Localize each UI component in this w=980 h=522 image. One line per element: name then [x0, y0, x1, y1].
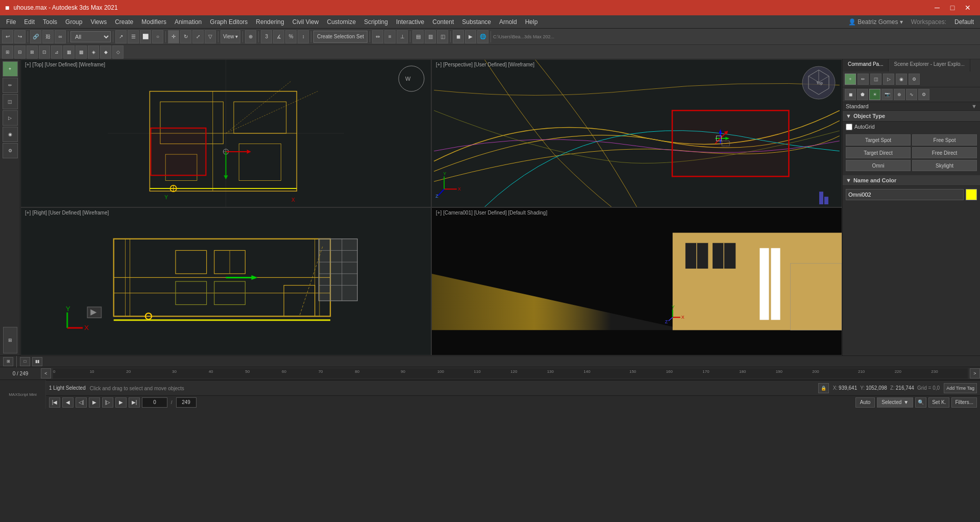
goto-start-btn[interactable]: |◀ [49, 397, 60, 408]
filters-btn[interactable]: Filters... [951, 397, 977, 408]
viewport-layout-2v[interactable]: ▮▮ [32, 357, 42, 366]
undo-button[interactable]: ↩ [2, 30, 13, 43]
menu-interactive[interactable]: Interactive [392, 17, 428, 27]
tb2-btn4[interactable]: ⊡ [39, 45, 50, 59]
color-swatch[interactable] [966, 189, 977, 200]
timeline-ticks[interactable]: 0 10 20 30 40 50 60 70 80 90 100 110 120… [53, 368, 968, 378]
standard-dropdown-icon[interactable]: ▼ [971, 103, 977, 109]
add-time-tag-btn[interactable]: Add Time Tag [944, 383, 977, 393]
tb2-btn5[interactable]: ⊿ [51, 45, 62, 59]
motion-panel-btn[interactable]: ▷ [3, 110, 18, 126]
tab-scene-explorer[interactable]: Scene Explorer - Layer Explo... [889, 59, 970, 72]
goto-end-btn[interactable]: ▶| [129, 397, 140, 408]
free-direct-button[interactable]: Free Direct [912, 147, 977, 158]
viewport-layout-4[interactable]: ⊞ [3, 357, 13, 366]
menu-modifiers[interactable]: Modifiers [137, 17, 170, 27]
rp-shapes-icon[interactable]: ⬟ [857, 89, 868, 100]
viewcube-perspective[interactable]: Top [801, 65, 837, 101]
select-rotate-button[interactable]: ↻ [180, 30, 191, 43]
menu-arnold[interactable]: Arnold [495, 17, 521, 27]
utilities-panel-btn[interactable]: ⚙ [3, 143, 18, 158]
layer-btn[interactable]: ▤ [412, 30, 424, 43]
rect-selection-button[interactable]: ⬜ [140, 30, 151, 43]
rp-lights-icon[interactable]: ☀ [869, 89, 880, 100]
tb2-snap3[interactable]: ⊠ [27, 45, 38, 59]
menu-rendering[interactable]: Rendering [252, 17, 288, 27]
tb2-btn10[interactable]: ◇ [112, 45, 124, 59]
menu-views[interactable]: Views [86, 17, 111, 27]
link-button[interactable]: 🔗 [30, 30, 41, 43]
coord-system-dropdown[interactable]: View ▾ [220, 30, 240, 43]
create-selection-set-button[interactable]: Create Selection Set [313, 31, 368, 43]
menu-create[interactable]: Create [111, 17, 137, 27]
snap-toggle-3d[interactable]: 3 [261, 30, 272, 43]
object-name-input[interactable] [846, 189, 964, 200]
tb2-btn9[interactable]: ◆ [100, 45, 111, 59]
timeline-prev[interactable]: < [41, 368, 51, 378]
redo-button[interactable]: ↪ [14, 30, 26, 43]
select-by-name-button[interactable]: ☰ [128, 30, 139, 43]
play-btn[interactable]: ▶ [89, 397, 100, 408]
display-panel-btn[interactable]: ◉ [3, 127, 18, 142]
menu-customize[interactable]: Customize [323, 17, 360, 27]
auto-key-btn[interactable]: Auto [855, 397, 875, 408]
rp-modify-icon[interactable]: ✏ [857, 74, 869, 85]
align-button[interactable]: ≡ [384, 30, 396, 43]
tb2-snap[interactable]: ⊞ [2, 45, 13, 59]
menu-edit[interactable]: Edit [20, 17, 39, 27]
workspaces-dropdown[interactable]: Default [950, 17, 978, 27]
mirror-button[interactable]: ⇔ [372, 30, 383, 43]
minimize-button[interactable]: ─ [930, 3, 944, 13]
rp-spacewarps-icon[interactable]: ∿ [906, 89, 917, 100]
scene-explorer-btn[interactable]: ◫ [437, 30, 448, 43]
frame-input[interactable] [142, 397, 167, 408]
viewport-layout-single[interactable]: □ [20, 357, 30, 366]
select-placement-button[interactable]: ▽ [205, 30, 216, 43]
next-frame-btn[interactable]: ▶ [115, 397, 127, 408]
name-color-section-header[interactable]: ▼ Name and Color [843, 175, 980, 186]
timeline-next[interactable]: > [970, 368, 980, 378]
prev-key-btn[interactable]: ◁| [76, 397, 87, 408]
select-scale-button[interactable]: ⤢ [192, 30, 204, 43]
render-frame-btn[interactable]: ▶ [465, 30, 476, 43]
menu-civil-view[interactable]: Civil View [288, 17, 323, 27]
menu-substance[interactable]: Substance [458, 17, 495, 27]
create-panel-btn[interactable]: + [3, 61, 18, 77]
total-frames-input[interactable] [176, 397, 197, 408]
set-key-btn[interactable]: Set K. [928, 397, 949, 408]
pivot-btn[interactable]: ⊕ [245, 30, 256, 43]
tb2-btn7[interactable]: ▩ [76, 45, 87, 59]
viewcube-top[interactable]: W [398, 65, 426, 93]
menu-scripting[interactable]: Scripting [360, 17, 392, 27]
viewport-top[interactable]: [+] [Top] [User Defined] [Wireframe] [20, 59, 431, 207]
search-btn[interactable]: 🔍 [915, 397, 926, 408]
viewport-right[interactable]: [+] [Right] [User Defined] [Wireframe] [20, 207, 431, 355]
snap-spinner[interactable]: ↕ [298, 30, 309, 43]
rp-create-icon[interactable]: + [845, 74, 856, 85]
render-setup-btn[interactable]: ◼ [453, 30, 464, 43]
rp-helpers-icon[interactable]: ⊕ [894, 89, 905, 100]
modify-panel-btn[interactable]: ✏ [3, 78, 18, 93]
viewport-top-label[interactable]: [+] [Top] [User Defined] [Wireframe] [25, 62, 105, 67]
next-key-btn[interactable]: |▷ [102, 397, 113, 408]
target-direct-button[interactable]: Target Direct [846, 147, 911, 158]
rp-utilities-icon[interactable]: ⚙ [909, 74, 920, 85]
rp-cameras-icon[interactable]: 📷 [881, 89, 893, 100]
tab-command-panel[interactable]: Command Pa... [843, 59, 889, 72]
menu-file[interactable]: File [2, 17, 20, 27]
skylight-button[interactable]: Skylight [912, 160, 977, 171]
rp-geo-icon[interactable]: ◼ [845, 89, 856, 100]
select-object-button[interactable]: ↗ [115, 30, 127, 43]
normal-align[interactable]: ⊥ [397, 30, 408, 43]
selection-filter-dropdown[interactable]: All Geometry Lights Cameras [70, 31, 111, 42]
menu-content[interactable]: Content [428, 17, 458, 27]
target-spot-button[interactable]: Target Spot [846, 134, 911, 146]
ribbon-btn[interactable]: ▥ [425, 30, 436, 43]
tb2-btn8[interactable]: ◈ [88, 45, 99, 59]
rp-motion-icon[interactable]: ▷ [883, 74, 894, 85]
rp-hierarchy-icon[interactable]: ◫ [870, 74, 881, 85]
viewport-camera[interactable]: [+] [Camera001] [User Defined] [Default … [431, 207, 842, 355]
viewport-perspective-label[interactable]: [+] [Perspective] [User Defined] [Wirefr… [436, 62, 534, 67]
menu-help[interactable]: Help [521, 17, 542, 27]
prev-frame-btn[interactable]: ◀ [62, 397, 74, 408]
